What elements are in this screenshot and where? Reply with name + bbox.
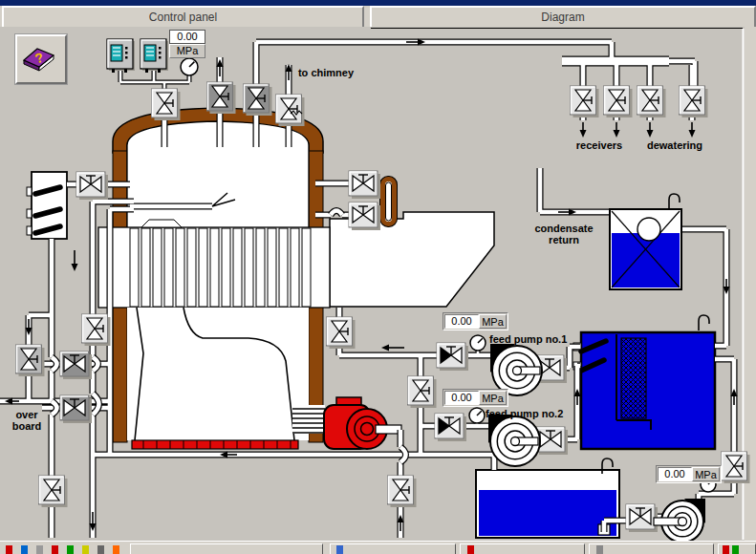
valve-dewatering-1[interactable] [637,86,666,117]
taskbar-icon-fragment[interactable] [82,545,89,554]
pressure-gauge-feed-1 [470,335,486,351]
valve-overboard[interactable] [39,476,68,507]
label-condensate-line1: condensate [526,223,602,234]
check-valve-feed-pump-1[interactable] [437,343,468,371]
taskbar[interactable] [0,541,756,554]
valve-receiver-2[interactable] [604,86,633,117]
valve-blowdown-2[interactable] [60,352,92,379]
taskbar-icon-fragment[interactable] [21,545,28,554]
label-overboard-line2: board [4,420,50,432]
reserve-feed-tank [476,470,619,538]
valve-feed-suction[interactable] [408,376,437,408]
pressure-transmitter-1[interactable] [107,39,135,73]
water-level-glass [380,177,397,226]
valve-aux-steam[interactable] [244,84,272,116]
label-feed-pump-2: feed pump no.2 [486,408,563,419]
pressure-value: 0.00 [444,391,479,405]
tab-control-panel[interactable]: Control panel [2,6,364,27]
pressure-unit: MPa [169,44,205,58]
help-book-icon: ? [17,36,59,76]
taskbar-button-2[interactable] [330,543,456,554]
pressure-gauge-boiler [181,58,198,75]
pressure-display-feed-pump-1: 0.00 MPa [443,312,508,330]
pressure-unit: MPa [692,467,720,481]
tab-diagram[interactable]: Diagram [370,6,756,27]
label-overboard-line1: over [4,409,50,420]
feed-pump-1[interactable] [490,344,542,395]
valve-transfer-discharge[interactable] [722,452,750,483]
valve-scum[interactable] [82,314,111,346]
label-feed-pump-1: feed pump no.1 [489,333,567,345]
feed-pump-2[interactable] [488,415,540,466]
help-button[interactable]: ? [15,34,67,84]
pressure-gauge-feed-2 [469,408,485,423]
furnace [127,308,309,449]
taskbar-button-3[interactable] [460,543,585,554]
safety-valve[interactable] [276,95,305,126]
pressure-unit: MPa [479,314,507,329]
taskbar-icon-fragment[interactable] [113,545,119,554]
pressure-value: 0.00 [444,314,479,329]
label-condensate-line2: return [526,234,602,245]
valve-gauge-board[interactable] [76,172,108,200]
taskbar-icon-fragment[interactable] [36,545,43,554]
pressure-display-transfer-pump: 0.00 MPa [656,465,722,483]
valve-receiver-1[interactable] [571,86,599,117]
taskbar-icon-fragment[interactable] [67,545,74,554]
valve-sensing-line[interactable] [152,89,181,120]
pressure-transmitter-2[interactable] [140,39,168,73]
boiler-simulator-window: Control panel Diagram ? to chimney recei… [0,0,756,554]
taskbar-icon-fragment[interactable] [336,545,343,554]
diagram-canvas [0,0,756,554]
taskbar-icon-fragment[interactable] [596,545,603,554]
taskbar-button-4[interactable] [589,543,714,554]
label-condensate-return: condensate return [526,223,602,245]
pressure-unit: MPa [479,391,507,405]
valve-steam-vent[interactable] [207,82,236,114]
taskbar-button-1[interactable] [130,543,323,554]
valve-dewatering-2[interactable] [680,86,708,117]
pressure-display-boiler: 0.00 MPa [169,30,205,58]
label-over-board: over board [4,409,50,432]
feed-water-tank [573,332,715,449]
check-valve-feed-pump-2[interactable] [435,414,466,441]
pressure-value: 0.00 [169,30,205,44]
boiler-tube-bank [98,220,330,308]
valve-feed-inlet[interactable] [327,317,356,349]
valve-level-glass-bottom[interactable] [349,202,380,230]
pressure-display-feed-pump-2: 0.00 MPa [443,389,508,407]
valve-level-glass-top[interactable] [349,171,380,199]
valve-blowdown-3[interactable] [60,395,92,423]
label-receivers: receivers [566,139,633,151]
valve-drain-bottom[interactable] [388,476,417,507]
valve-hotwell-suction[interactable] [626,504,658,532]
valve-blowdown-1[interactable] [16,345,45,376]
gauge-board[interactable] [27,172,67,239]
taskbar-icon-fragment[interactable] [723,545,729,554]
taskbar-icon-fragment[interactable] [732,545,739,554]
condensate-tank [610,209,681,289]
label-to-chimney: to chimney [292,67,359,78]
taskbar-icon-fragment[interactable] [6,545,12,554]
taskbar-icon-fragment[interactable] [467,545,474,554]
label-dewatering: dewatering [638,139,711,151]
pressure-value: 0.00 [658,467,692,481]
taskbar-icon-fragment[interactable] [52,545,58,554]
taskbar-icon-fragment[interactable] [97,545,104,554]
